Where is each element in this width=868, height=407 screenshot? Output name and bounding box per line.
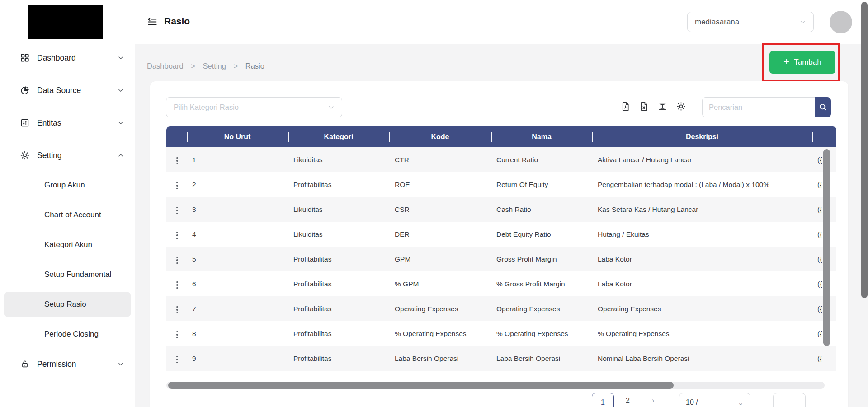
sidebar-item-permission[interactable]: Permission <box>4 351 131 377</box>
search-icon <box>818 103 828 112</box>
table-row: 5ProfitabilitasGPMGross Profit MarginLab… <box>166 247 836 271</box>
page-vertical-scrollbar[interactable] <box>861 2 868 298</box>
table-vertical-scrollbar[interactable] <box>823 149 830 346</box>
sidebar-item-setup-fundamental[interactable]: Setup Fundamental <box>4 262 131 287</box>
table-horizontal-scrollbar-thumb[interactable] <box>168 382 674 389</box>
row-actions-cell <box>166 222 187 247</box>
text-height-icon[interactable] <box>657 101 668 112</box>
kategori-rasio-select[interactable]: Pilih Kategori Rasio <box>166 97 342 117</box>
cell-kategori: Likuiditas <box>288 147 389 172</box>
row-actions-cell <box>166 247 187 271</box>
table-row: 1LikuiditasCTRCurrent RatioAktiva Lancar… <box>166 147 836 172</box>
row-menu-icon[interactable] <box>172 154 183 168</box>
row-menu-icon[interactable] <box>172 254 183 267</box>
column-nama[interactable]: Nama <box>491 126 592 147</box>
cell-deskripsi: Pengembalian terhadap modal : (Laba / Mo… <box>592 172 812 197</box>
sidebar-item-setting[interactable]: Setting <box>4 143 131 168</box>
pagination-page-size-select[interactable]: 10 / ⌄ <box>679 393 750 407</box>
menu-fold-icon[interactable] <box>147 17 158 28</box>
kategori-rasio-placeholder: Pilih Kategori Rasio <box>174 103 328 112</box>
column-kategori[interactable]: Kategori <box>288 126 389 147</box>
search-input[interactable] <box>702 97 815 117</box>
cell-kode: CSR <box>389 197 491 222</box>
column-no-urut[interactable]: No Urut <box>187 126 288 147</box>
rasio-table: No Urut Kategori Kode Nama Deskripsi 1Li… <box>166 126 836 371</box>
app-window: Dashboard Data Source Entitas <box>0 0 868 407</box>
cell-no-urut: 7 <box>187 296 288 321</box>
cell-deskripsi: Laba Kotor <box>592 271 812 296</box>
column-kode[interactable]: Kode <box>389 126 491 147</box>
pagination-quick-jump-input[interactable] <box>773 393 806 407</box>
row-menu-icon[interactable] <box>172 353 183 366</box>
column-truncated <box>812 126 836 147</box>
cell-nama: Laba Bersih Operasi <box>491 346 592 371</box>
row-actions-cell <box>166 271 187 296</box>
table-row: 8Profitabilitas% Operating Expenses% Ope… <box>166 321 836 346</box>
row-menu-icon[interactable] <box>172 304 183 317</box>
column-deskripsi[interactable]: Deskripsi <box>592 126 812 147</box>
cell-nama: Debt Equity Ratio <box>491 222 592 247</box>
grid-icon <box>20 52 31 63</box>
rasio-card: Pilih Kategori Rasio <box>150 81 848 407</box>
sidebar-item-label: Setting <box>37 151 118 160</box>
pagination-next-icon[interactable]: › <box>652 397 654 405</box>
sidebar-item-data-source[interactable]: Data Source <box>4 78 131 103</box>
cell-nama: % Gross Profit Margin <box>491 271 592 296</box>
breadcrumb-dashboard[interactable]: Dashboard <box>147 62 184 70</box>
sidebar-item-entitas[interactable]: Entitas <box>4 110 131 136</box>
cell-kode: GPM <box>389 247 491 271</box>
tenant-select[interactable]: mediasarana <box>687 12 814 32</box>
row-actions-cell <box>166 321 187 346</box>
sidebar-item-chart-of-account[interactable]: Chart of Account <box>4 202 131 228</box>
row-menu-icon[interactable] <box>172 179 183 192</box>
cell-nama: Return Of Equity <box>491 172 592 197</box>
search-button[interactable] <box>815 97 831 117</box>
pagination-page-size-value: 10 / <box>686 398 698 407</box>
cell-kode: DER <box>389 222 491 247</box>
gear-icon <box>20 150 31 161</box>
sidebar-item-dashboard[interactable]: Dashboard <box>4 45 131 70</box>
row-menu-icon[interactable] <box>172 229 183 242</box>
app-logo <box>28 5 103 39</box>
column-actions <box>166 126 187 147</box>
cell-deskripsi: Aktiva Lancar / Hutang Lancar <box>592 147 812 172</box>
file-pdf-icon[interactable] <box>620 101 631 112</box>
pagination-page-2[interactable]: 2 <box>626 397 630 405</box>
row-menu-icon[interactable] <box>172 204 183 217</box>
settings-icon[interactable] <box>676 101 686 112</box>
row-menu-icon[interactable] <box>172 328 183 342</box>
breadcrumb-setting[interactable]: Setting <box>203 62 226 70</box>
cell-truncated: ({ <box>812 346 836 371</box>
sidebar-item-kategori-akun[interactable]: Kategori Akun <box>4 232 131 257</box>
sidebar-item-label: Entitas <box>37 118 118 128</box>
row-menu-icon[interactable] <box>172 279 183 292</box>
lock-icon <box>20 359 31 370</box>
row-actions-cell <box>166 172 187 197</box>
sidebar-item-label: Dashboard <box>37 53 118 63</box>
topbar: Rasio mediasarana <box>135 0 868 44</box>
tambah-button[interactable]: + Tambah <box>769 51 835 74</box>
sidebar: Dashboard Data Source Entitas <box>0 0 135 407</box>
sliders-icon <box>20 117 31 128</box>
setting-submenu: Group Akun Chart of Account Kategori Aku… <box>4 173 131 347</box>
cell-kode: % Operating Expenses <box>389 321 491 346</box>
avatar[interactable] <box>830 11 852 33</box>
chevron-down-icon <box>328 104 335 111</box>
cell-nama: % Operating Expenses <box>491 321 592 346</box>
table-body: 1LikuiditasCTRCurrent RatioAktiva Lancar… <box>166 147 836 371</box>
sidebar-item-group-akun[interactable]: Group Akun <box>4 173 131 198</box>
pagination-page-1[interactable]: 1 <box>592 393 614 407</box>
file-excel-icon[interactable] <box>639 101 649 112</box>
cell-kode: Laba Bersih Operasi <box>389 346 491 371</box>
cell-kode: % GPM <box>389 271 491 296</box>
cell-kode: CTR <box>389 147 491 172</box>
cell-deskripsi: Hutang / Ekuitas <box>592 222 812 247</box>
table-horizontal-scrollbar-track <box>166 382 825 389</box>
cell-kategori: Profitabilitas <box>288 346 389 371</box>
sidebar-item-periode-closing[interactable]: Periode Closing <box>4 322 131 347</box>
sidebar-item-setup-rasio[interactable]: Setup Rasio <box>4 292 131 317</box>
cell-no-urut: 5 <box>187 247 288 271</box>
cell-kategori: Profitabilitas <box>288 271 389 296</box>
table-header: No Urut Kategori Kode Nama Deskripsi <box>166 126 836 147</box>
breadcrumb-separator: > <box>234 62 238 70</box>
